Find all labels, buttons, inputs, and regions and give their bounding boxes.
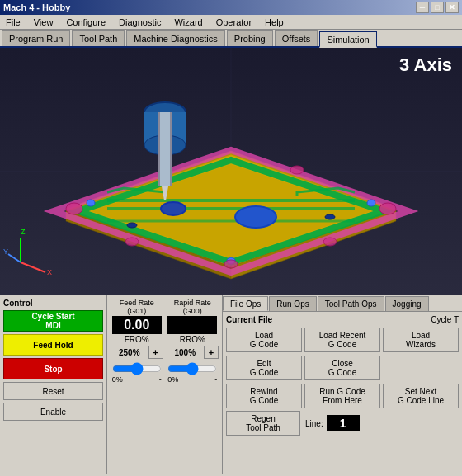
feed-slider-container: 0% - [111,362,163,384]
menu-view[interactable]: View [31,16,56,28]
svg-point-14 [235,206,276,228]
svg-point-22 [125,238,139,246]
enable-button[interactable]: Enable [3,403,103,421]
menu-bar: File View Configure Diagnostic Wizard Op… [0,15,462,30]
svg-point-18 [367,200,375,206]
tab-probing[interactable]: Probing [227,30,273,46]
svg-text:Z: Z [21,228,26,236]
feed-plus-button[interactable]: + [148,346,163,359]
tab-file-ops[interactable]: File Ops [223,296,268,311]
svg-point-24 [224,260,238,268]
main-tab-bar: Program Run Tool Path Machine Diagnostic… [0,30,462,48]
regen-tool-path-button[interactable]: RegenTool Path [226,411,300,436]
file-ops-tab-bar: File Ops Run Ops Tool Path Ops Jogging [223,295,462,312]
empty-slot-1 [383,356,459,380]
reset-button[interactable]: Reset [3,382,103,400]
svg-point-21 [380,203,396,214]
svg-point-13 [161,202,186,215]
rapid-plus-button[interactable]: + [204,346,219,359]
rapid-rate-col: Rapid Rate (G00) RRO% 100% + 0% - [167,299,219,387]
svg-point-20 [66,203,82,214]
svg-point-16 [325,214,335,219]
rapid-rate-label: Rapid Rate (G00) [167,299,219,315]
tab-machine-diagnostics[interactable]: Machine Diagnostics [126,30,225,46]
file-ops-content: Current File Cycle T LoadG Code Load Rec… [223,312,462,439]
svg-text:X: X [47,268,52,276]
feed-rate-label: Feed Rate (G01) [111,299,163,315]
feed-pct-controls: 250% + [111,346,163,359]
load-gcode-button[interactable]: LoadG Code [226,328,302,352]
app-title: Mach 4 - Hobby [3,2,416,12]
line-label: Line: [305,419,323,428]
tab-tool-path[interactable]: Tool Path [72,30,125,46]
feed-minus-button[interactable]: - [159,375,162,384]
menu-wizard[interactable]: Wizard [172,16,205,28]
rapid-minus-button[interactable]: - [214,375,217,384]
rapid-slider-low: 0% [167,375,178,384]
fro-label: FRO% [111,335,163,344]
feed-rate-col: Feed Rate (G01) 0.00 FRO% 250% + 0% - [111,299,163,387]
file-ops-row2: EditG Code CloseG Code [226,356,459,380]
tab-run-ops[interactable]: Run Ops [269,296,316,311]
svg-rect-31 [160,112,170,186]
tab-simulation[interactable]: Simulation [319,31,376,48]
feed-rate-value: 0.00 [112,316,162,334]
feed-rate-slider[interactable] [112,362,162,375]
menu-diagnostic[interactable]: Diagnostic [116,16,163,28]
3d-viewport[interactable]: Z X Y 3 Axis [0,48,462,295]
tab-tool-path-ops[interactable]: Tool Path Ops [318,296,384,311]
svg-point-15 [127,223,137,228]
file-ops-row4: RegenTool Path Line: 1 [226,411,459,436]
feed-hold-button[interactable]: Feed Hold [3,334,103,356]
rapid-pct-controls: 100% + [167,346,219,359]
line-number: 1 [327,415,360,431]
control-panel: Control Cycle StartMDI Feed Hold Stop Re… [0,295,107,474]
tab-program-run[interactable]: Program Run [2,30,70,46]
svg-point-23 [323,238,337,246]
cycle-start-button[interactable]: Cycle StartMDI [3,310,103,332]
close-gcode-button[interactable]: CloseG Code [304,356,380,380]
control-label: Control [3,299,103,308]
rapid-pct-value: 100% [167,348,205,357]
menu-help[interactable]: Help [262,16,286,28]
maximize-button[interactable]: □ [431,2,444,13]
menu-configure[interactable]: Configure [64,16,108,28]
menu-file[interactable]: File [3,16,23,28]
svg-point-17 [87,200,95,206]
menu-operator[interactable]: Operator [214,16,254,28]
feed-rapid-panel: Feed Rate (G01) 0.00 FRO% 250% + 0% - Ra… [107,295,223,474]
rewind-gcode-button[interactable]: RewindG Code [226,384,302,408]
run-gcode-from-here-button[interactable]: Run G CodeFrom Here [304,384,380,408]
svg-point-26 [290,166,304,174]
file-ops-row1: LoadG Code Load RecentG Code LoadWizards [226,328,459,352]
file-ops-header: Current File Cycle T [226,315,459,324]
tab-jogging[interactable]: Jogging [385,296,429,311]
feed-slider-low: 0% [112,375,123,384]
title-bar: Mach 4 - Hobby ─ □ ✕ [0,0,462,15]
load-recent-gcode-button[interactable]: Load RecentG Code [304,328,380,352]
line-display: Line: 1 [305,415,360,431]
current-file-label: Current File [226,315,272,324]
load-wizards-button[interactable]: LoadWizards [383,328,459,352]
stop-button[interactable]: Stop [3,358,103,379]
rro-label: RRO% [167,335,219,344]
cycle-t-label: Cycle T [431,315,459,324]
file-ops-row3: RewindG Code Run G CodeFrom Here Set Nex… [226,384,459,408]
set-next-gcode-line-button[interactable]: Set NextG Code Line [383,384,459,408]
rapid-slider-container: 0% - [167,362,219,384]
svg-text:Y: Y [3,247,8,256]
rapid-rate-value [167,316,217,334]
feed-pct-value: 250% [111,348,148,357]
rapid-rate-slider[interactable] [167,362,217,375]
close-button[interactable]: ✕ [446,2,459,13]
window-controls: ─ □ ✕ [416,2,459,13]
minimize-button[interactable]: ─ [416,2,429,13]
bottom-section: Control Cycle StartMDI Feed Hold Stop Re… [0,295,462,474]
edit-gcode-button[interactable]: EditG Code [226,356,302,380]
tab-offsets[interactable]: Offsets [275,30,318,46]
axis-label: 3 Axis [399,54,452,76]
file-ops-panel: File Ops Run Ops Tool Path Ops Jogging C… [223,295,462,474]
